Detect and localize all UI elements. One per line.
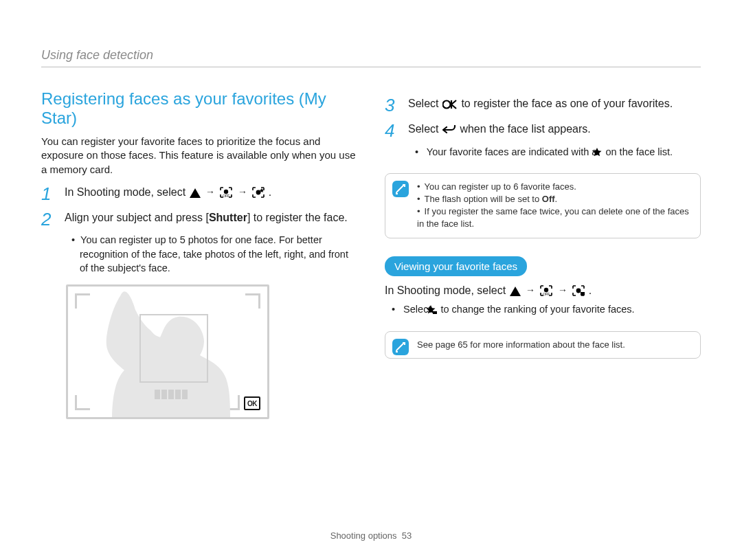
step-4-bullets: Your favorite faces are indicated with a… bbox=[385, 145, 701, 161]
text: Align your subject and press [ bbox=[65, 212, 209, 223]
section-title: Registering faces as your favorites (My … bbox=[41, 89, 357, 128]
text: when the face list appears. bbox=[460, 123, 590, 135]
viewing-bullets: Select to change the ranking of your fav… bbox=[385, 302, 701, 318]
divider bbox=[41, 67, 701, 67]
star-icon bbox=[600, 147, 602, 161]
step-body: Select when the face list appears. bbox=[408, 122, 591, 139]
svg-text:OFF: OFF bbox=[543, 292, 550, 296]
text: In Shooting mode, select bbox=[65, 186, 189, 198]
step-number: 3 bbox=[385, 96, 401, 115]
face-detection-box bbox=[139, 314, 208, 383]
bullet: Your favorite faces are indicated with a… bbox=[385, 145, 701, 161]
step-number: 1 bbox=[41, 185, 58, 203]
back-icon bbox=[442, 124, 456, 139]
viewing-line: In Shooting mode, select → OFF → . bbox=[385, 283, 701, 300]
svg-point-6 bbox=[576, 288, 581, 293]
step-3: 3 Select to register the face as one of … bbox=[385, 96, 701, 115]
step-body: In Shooting mode, select → OFF → . bbox=[65, 185, 271, 202]
up-triangle-icon bbox=[190, 187, 201, 202]
arrow-icon: → bbox=[558, 284, 567, 297]
star-edit-icon bbox=[434, 304, 437, 318]
note-item: If you register the same face twice, you… bbox=[417, 205, 690, 230]
subheading-pill: Viewing your favorite faces bbox=[385, 256, 527, 276]
arrow-icon: → bbox=[238, 186, 247, 199]
left-column: Registering faces as your favorites (My … bbox=[41, 89, 357, 419]
svg-rect-8 bbox=[433, 311, 437, 314]
note-icon bbox=[392, 181, 409, 197]
step-1: 1 In Shooting mode, select → OFF → . bbox=[41, 185, 357, 203]
page-footer: Shooting options 53 bbox=[0, 530, 742, 541]
note-text: See page 65 for more information about t… bbox=[417, 339, 625, 350]
text: . bbox=[269, 186, 271, 198]
text: to change the ranking of your favorite f… bbox=[440, 304, 634, 315]
note-item: You can register up to 6 favorite faces. bbox=[417, 181, 690, 193]
bullet: Select to change the ranking of your fav… bbox=[385, 302, 701, 318]
face-off-icon: OFF bbox=[540, 285, 552, 300]
text: Your favorite faces are indicated with a bbox=[427, 146, 600, 157]
note-box: See page 65 for more information about t… bbox=[385, 331, 701, 359]
ok-icon: OK bbox=[244, 396, 260, 410]
arrow-icon: → bbox=[205, 186, 215, 199]
text: . bbox=[589, 284, 592, 296]
face-star-icon bbox=[252, 187, 265, 202]
text: ] to register the face. bbox=[247, 212, 348, 223]
illustration: OK bbox=[66, 284, 269, 419]
face-list-icon bbox=[572, 285, 585, 300]
step-2: 2 Align your subject and press [Shutter]… bbox=[41, 210, 357, 229]
step-number: 2 bbox=[41, 210, 58, 229]
svg-point-3 bbox=[442, 101, 450, 109]
ok-icon bbox=[442, 98, 458, 113]
svg-point-2 bbox=[256, 190, 261, 194]
footer-page: 53 bbox=[402, 530, 412, 541]
note-item: The flash option will be set to Off. bbox=[417, 193, 690, 205]
bullet: You can register up to 5 photos for one … bbox=[41, 233, 357, 275]
intro-paragraph: You can register your favorite faces to … bbox=[41, 135, 357, 177]
note-box: You can register up to 6 favorite faces.… bbox=[385, 173, 701, 238]
svg-rect-7 bbox=[581, 292, 585, 295]
step-body: Select to register the face as one of yo… bbox=[408, 96, 673, 113]
note-icon bbox=[392, 339, 409, 355]
text: Select bbox=[408, 123, 442, 135]
arrow-icon: → bbox=[526, 284, 535, 297]
text: to register the face as one of your favo… bbox=[461, 98, 673, 109]
right-column: 3 Select to register the face as one of … bbox=[385, 89, 701, 419]
up-triangle-icon bbox=[510, 285, 521, 300]
footer-section: Shooting options bbox=[330, 530, 397, 541]
shutter-label: Shutter bbox=[209, 212, 247, 223]
step-number: 4 bbox=[385, 122, 401, 140]
svg-text:OFF: OFF bbox=[223, 194, 229, 198]
step-4: 4 Select when the face list appears. bbox=[385, 122, 701, 140]
step-2-bullets: You can register up to 5 photos for one … bbox=[41, 233, 357, 275]
text: on the face list. bbox=[605, 146, 673, 157]
breadcrumb: Using face detection bbox=[41, 48, 701, 63]
text: Select bbox=[408, 98, 442, 109]
capture-progress bbox=[155, 390, 188, 399]
step-body: Align your subject and press [Shutter] t… bbox=[65, 210, 348, 225]
text: In Shooting mode, select bbox=[385, 284, 509, 296]
face-off-icon: OFF bbox=[220, 187, 232, 202]
